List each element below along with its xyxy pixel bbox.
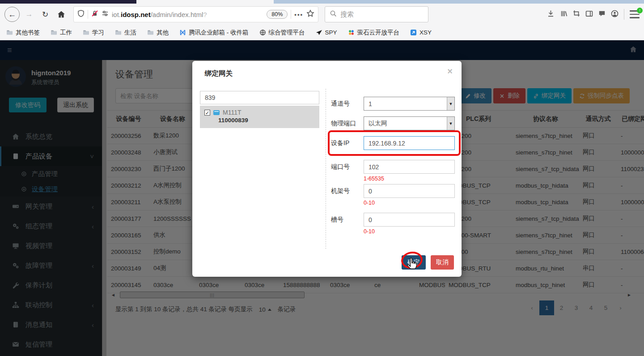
gateway-checkbox[interactable]: ✓: [204, 110, 210, 116]
sidebar-toggle-icon: [585, 10, 593, 17]
page-actions-icon[interactable]: •••: [294, 11, 303, 18]
folder-icon: [51, 29, 57, 36]
search-icon: [330, 10, 337, 17]
port-type-label: 物理端口: [331, 116, 364, 130]
rack-input[interactable]: [364, 184, 455, 198]
folder-icon: [83, 29, 89, 36]
divider: [326, 89, 326, 249]
cursor-icon: [405, 257, 418, 273]
gateway-id: 110000839: [218, 117, 315, 124]
home-button[interactable]: [55, 8, 68, 21]
bookmark-item[interactable]: 工作: [51, 29, 72, 37]
toolbar-icons: ↑: [547, 9, 640, 20]
bookmark-item[interactable]: 综合管理平台: [259, 29, 305, 37]
screen: ← → ↻ iot.idosp.net/admin/index.html? 80…: [0, 0, 644, 356]
port-type-value[interactable]: [364, 116, 455, 130]
account-icon[interactable]: [611, 10, 619, 19]
sidebar-toggle-icon[interactable]: [585, 10, 593, 19]
plane-icon: [316, 29, 322, 36]
titlebar-dark-segment: [0, 0, 136, 4]
insecure-lock-icon[interactable]: [91, 10, 98, 19]
zoom-level-badge[interactable]: 80%: [267, 10, 288, 19]
screenshot-icon: [573, 10, 580, 17]
browser-search-box[interactable]: 搜索: [325, 6, 428, 22]
insecure-lock-icon: [91, 10, 98, 17]
gateway-search-input[interactable]: [200, 91, 319, 104]
bookmark-item[interactable]: SPY: [316, 29, 337, 36]
channel-select[interactable]: ▼: [364, 97, 455, 111]
forward-button[interactable]: →: [22, 8, 36, 21]
gateway-device-icon: [213, 110, 220, 115]
bookmark-item[interactable]: 其他: [147, 29, 169, 37]
cancel-button[interactable]: 取消: [431, 255, 454, 270]
bind-gateway-modal: 绑定网关 × ✓ M111T 110000839 通道号 ▼: [192, 61, 462, 277]
xsy-icon: [410, 29, 417, 36]
bookmark-star-icon: [306, 9, 314, 17]
modal-title: 绑定网关: [205, 69, 233, 78]
slot-label: 槽号: [331, 213, 364, 227]
tencent-mail-icon: [179, 29, 186, 36]
ys-dots-icon: [348, 29, 355, 36]
divider: [88, 10, 88, 19]
rack-hint: 0-10: [364, 200, 375, 206]
browser-tabstrip: [0, 0, 644, 4]
back-button[interactable]: ←: [4, 7, 20, 22]
permissions-icon: [102, 10, 109, 17]
chevron-down-icon[interactable]: ▼: [447, 117, 454, 130]
divider: [291, 10, 291, 19]
url-bar[interactable]: iot.idosp.net/admin/index.html? 80% •••: [73, 6, 318, 22]
divider: [624, 9, 624, 20]
bookmark-item[interactable]: 学习: [83, 29, 104, 37]
globe-icon: [259, 29, 266, 36]
shield-icon: [77, 10, 85, 17]
port-input[interactable]: [364, 160, 455, 174]
update-badge: ↑: [637, 8, 643, 13]
active-tab[interactable]: [136, 0, 274, 4]
folder-icon: [115, 29, 122, 36]
bookmarks-bar: 其他书签工作学习生活其他腾讯企业邮箱 - 收件箱综合管理平台SPY萤石云开放平台…: [0, 25, 644, 40]
permissions-icon[interactable]: [102, 10, 109, 19]
messages-icon: [598, 10, 606, 17]
search-placeholder: 搜索: [340, 10, 354, 19]
rack-label: 机架号: [331, 184, 364, 198]
reload-button[interactable]: ↻: [38, 8, 52, 21]
channel-label: 通道号: [331, 97, 364, 111]
titlebar-rest: [274, 0, 644, 4]
library-icon[interactable]: [560, 10, 568, 19]
bookmark-item[interactable]: 萤石云开放平台: [348, 29, 400, 37]
gateway-name: M111T: [223, 109, 242, 116]
home-icon: [57, 10, 65, 18]
channel-value[interactable]: [364, 97, 455, 111]
bookmark-item[interactable]: XSY: [410, 29, 432, 36]
port-label: 端口号: [331, 160, 364, 174]
messages-icon[interactable]: [598, 10, 606, 19]
url-text: iot.idosp.net/admin/index.html?: [112, 11, 263, 18]
downloads-icon[interactable]: [547, 10, 555, 19]
chevron-down-icon[interactable]: ▼: [447, 97, 454, 110]
slot-input[interactable]: [364, 213, 455, 227]
menu-button[interactable]: ↑: [630, 10, 640, 18]
bookmark-item[interactable]: 其他书签: [6, 29, 40, 37]
folder-icon: [6, 29, 13, 36]
account-icon: [611, 10, 619, 17]
modal-close-icon[interactable]: ×: [447, 66, 453, 77]
browser-toolbar: ← → ↻ iot.idosp.net/admin/index.html? 80…: [0, 4, 644, 25]
folder-icon: [147, 29, 154, 36]
bookmark-item[interactable]: 腾讯企业邮箱 - 收件箱: [179, 29, 249, 37]
annotation-rect: [328, 130, 461, 156]
search-icon: [330, 10, 337, 19]
screenshot-icon[interactable]: [573, 10, 580, 19]
downloads-icon: [547, 10, 555, 17]
bookmark-star-icon[interactable]: [306, 9, 314, 19]
page-viewport: ≡ hignton2019 系统管理员 修改密码 退出系统 系统总览产品设备˅产…: [0, 40, 644, 356]
port-hint: 1-65535: [364, 176, 384, 182]
bookmark-item[interactable]: 生活: [115, 29, 136, 37]
library-icon: [560, 10, 568, 17]
port-type-select[interactable]: ▼: [364, 116, 455, 130]
shield-icon[interactable]: [77, 10, 85, 19]
slot-hint: 0-10: [364, 228, 375, 235]
gateway-list-item[interactable]: ✓ M111T 110000839: [200, 106, 319, 128]
